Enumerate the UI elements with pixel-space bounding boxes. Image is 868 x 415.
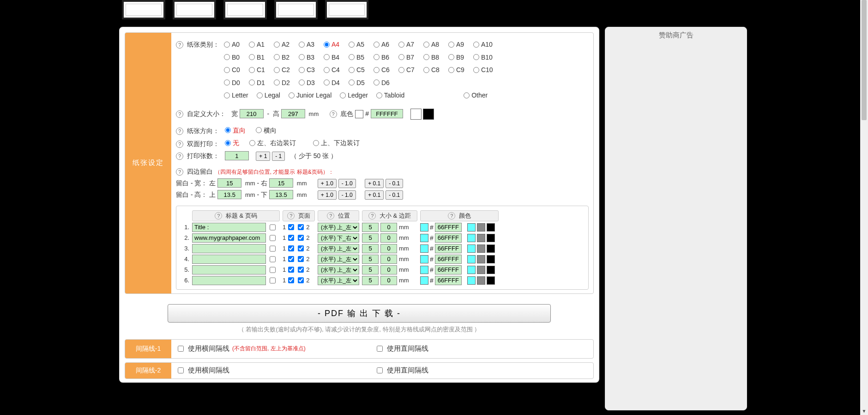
- paper-c9[interactable]: C9: [448, 65, 473, 75]
- color-hex-input[interactable]: [435, 255, 462, 264]
- paper-b3[interactable]: B3: [299, 52, 324, 62]
- color-preset-gray[interactable]: [477, 223, 485, 232]
- margin-top-input[interactable]: [217, 190, 241, 199]
- orientation-portrait[interactable]: 直向: [225, 125, 246, 135]
- paper-b8[interactable]: B8: [423, 52, 448, 62]
- color-preset-gray[interactable]: [477, 244, 485, 253]
- help-icon[interactable]: ?: [176, 110, 183, 118]
- title-enable-checkbox[interactable]: [270, 235, 276, 241]
- paper-c1[interactable]: C1: [249, 65, 274, 75]
- help-icon[interactable]: ?: [176, 41, 183, 49]
- scroll-down-icon[interactable]: ▼: [860, 407, 868, 415]
- size-input[interactable]: [362, 255, 379, 264]
- position-select[interactable]: (水平) 上_左: [318, 276, 359, 285]
- size-input[interactable]: [362, 223, 379, 232]
- margin-h-m01[interactable]: - 0.1: [386, 190, 403, 200]
- sep1-vertical-checkbox[interactable]: [377, 346, 383, 352]
- paper-b0[interactable]: B0: [224, 52, 249, 62]
- duplex-lr[interactable]: 左、右边装订: [249, 138, 296, 148]
- title-text-input[interactable]: [192, 233, 266, 243]
- page1-checkbox[interactable]: [288, 256, 294, 262]
- color-preset-black[interactable]: [487, 255, 495, 263]
- paper-d6[interactable]: D6: [374, 78, 398, 88]
- bg-preview-black[interactable]: [423, 109, 434, 120]
- title-enable-checkbox[interactable]: [270, 277, 276, 284]
- custom-height-input[interactable]: [281, 109, 305, 118]
- download-pdf-button[interactable]: - PDF 输 出 下 载 -: [168, 304, 551, 323]
- size-input[interactable]: [362, 265, 379, 275]
- margin-h-p01[interactable]: + 0.1: [365, 190, 384, 200]
- paper-a7[interactable]: A7: [398, 39, 423, 49]
- color-preset-black[interactable]: [487, 244, 495, 253]
- page2-checkbox[interactable]: [298, 256, 304, 262]
- margin-input[interactable]: [380, 233, 397, 243]
- paper-d0[interactable]: D0: [224, 78, 249, 88]
- margin-h-p10[interactable]: + 1.0: [318, 190, 337, 200]
- paper-ledger[interactable]: Ledger: [340, 90, 368, 100]
- paper-c0[interactable]: C0: [224, 65, 249, 75]
- color-preset-black[interactable]: [487, 223, 495, 232]
- paper-a2[interactable]: A2: [274, 39, 299, 49]
- help-icon[interactable]: ?: [176, 128, 183, 135]
- page2-checkbox[interactable]: [298, 245, 304, 251]
- page2-checkbox[interactable]: [298, 235, 304, 241]
- title-text-input[interactable]: [192, 265, 266, 275]
- margin-input[interactable]: [380, 276, 397, 285]
- paper-other[interactable]: Other: [464, 90, 488, 100]
- margin-input[interactable]: [380, 223, 397, 232]
- size-input[interactable]: [362, 233, 379, 243]
- color-swatch-current[interactable]: [420, 276, 428, 285]
- title-enable-checkbox[interactable]: [270, 267, 276, 273]
- paper-b6[interactable]: B6: [374, 52, 398, 62]
- paper-a5[interactable]: A5: [349, 39, 374, 49]
- paper-d4[interactable]: D4: [324, 78, 349, 88]
- paper-a6[interactable]: A6: [374, 39, 398, 49]
- page1-checkbox[interactable]: [288, 245, 294, 251]
- color-preset-cyan[interactable]: [467, 266, 476, 274]
- position-select[interactable]: (水平) 上_左: [318, 265, 359, 275]
- position-select[interactable]: (水平) 下_右: [318, 233, 359, 243]
- paper-tabloid[interactable]: Tabloid: [376, 90, 404, 100]
- paper-b1[interactable]: B1: [249, 52, 274, 62]
- paper-junior-legal[interactable]: Junior Legal: [289, 90, 332, 100]
- paper-d1[interactable]: D1: [249, 78, 274, 88]
- paper-a1[interactable]: A1: [249, 39, 274, 49]
- paper-b2[interactable]: B2: [274, 52, 299, 62]
- thumb-4[interactable]: [274, 0, 318, 19]
- paper-letter[interactable]: Letter: [224, 90, 248, 100]
- page2-checkbox[interactable]: [298, 224, 304, 230]
- duplex-tb[interactable]: 上、下边装订: [313, 138, 360, 148]
- title-text-input[interactable]: [192, 223, 266, 232]
- paper-a8[interactable]: A8: [423, 39, 448, 49]
- color-swatch-current[interactable]: [420, 223, 428, 232]
- title-enable-checkbox[interactable]: [270, 256, 276, 262]
- margin-input[interactable]: [380, 265, 397, 275]
- margin-w-p10[interactable]: + 1.0: [318, 179, 337, 188]
- color-preset-cyan[interactable]: [467, 223, 476, 232]
- sep2-vertical-checkbox[interactable]: [377, 367, 383, 373]
- thumb-3[interactable]: [223, 0, 267, 19]
- size-input[interactable]: [362, 276, 379, 285]
- page1-checkbox[interactable]: [288, 267, 294, 273]
- paper-c8[interactable]: C8: [423, 65, 448, 75]
- copies-input[interactable]: [225, 151, 249, 160]
- position-select[interactable]: (水平) 上_左: [318, 223, 359, 232]
- sep1-horizontal-checkbox[interactable]: [178, 346, 184, 352]
- page2-checkbox[interactable]: [298, 267, 304, 273]
- page-scrollbar[interactable]: ▼: [860, 0, 868, 415]
- paper-a3[interactable]: A3: [299, 39, 324, 49]
- paper-b5[interactable]: B5: [349, 52, 374, 62]
- paper-d2[interactable]: D2: [274, 78, 299, 88]
- sep2-horizontal-checkbox[interactable]: [178, 367, 184, 373]
- paper-c4[interactable]: C4: [324, 65, 349, 75]
- position-select[interactable]: (水平) 上_左: [318, 255, 359, 264]
- paper-legal[interactable]: Legal: [257, 90, 280, 100]
- color-preset-gray[interactable]: [477, 276, 485, 285]
- margin-input[interactable]: [380, 244, 397, 253]
- margin-w-m01[interactable]: - 0.1: [386, 179, 403, 188]
- thumb-1[interactable]: [122, 0, 165, 19]
- scroll-thumb[interactable]: [862, 0, 867, 120]
- paper-a10[interactable]: A10: [473, 39, 498, 49]
- color-preset-gray[interactable]: [477, 266, 485, 274]
- margin-bottom-input[interactable]: [269, 190, 293, 199]
